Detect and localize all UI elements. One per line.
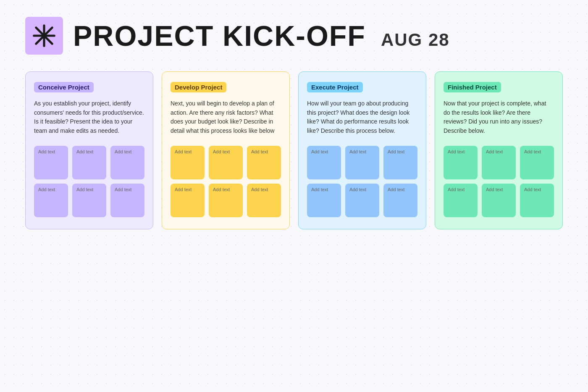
column-title-finished: Finished Project	[444, 82, 501, 92]
notes-grid-execute: Add textAdd textAdd textAdd textAdd text…	[307, 146, 417, 217]
note-text-conceive-1: Add text	[76, 149, 93, 154]
column-finished: Finished ProjectNow that your project is…	[435, 71, 563, 229]
note-text-conceive-4: Add text	[76, 187, 93, 192]
note-finished-0[interactable]: Add text	[444, 146, 478, 179]
note-text-execute-0: Add text	[311, 149, 328, 154]
note-execute-0[interactable]: Add text	[307, 146, 341, 179]
note-text-conceive-2: Add text	[115, 149, 131, 154]
note-text-develop-2: Add text	[251, 149, 268, 154]
column-description-conceive: As you establish your project, identify …	[34, 99, 144, 136]
column-conceive: Conceive ProjectAs you establish your pr…	[25, 71, 153, 229]
column-title-conceive: Conceive Project	[34, 82, 94, 92]
note-text-execute-4: Add text	[349, 187, 366, 192]
column-description-finished: Now that your project is complete, what …	[444, 99, 554, 136]
note-conceive-3[interactable]: Add text	[34, 184, 68, 217]
note-develop-0[interactable]: Add text	[171, 146, 205, 179]
note-text-execute-3: Add text	[311, 187, 328, 192]
note-develop-4[interactable]: Add text	[209, 184, 243, 217]
columns-container: Conceive ProjectAs you establish your pr…	[25, 71, 563, 229]
note-develop-5[interactable]: Add text	[247, 184, 281, 217]
note-text-develop-4: Add text	[213, 187, 230, 192]
asterisk-icon	[32, 24, 56, 47]
star-icon-box	[25, 17, 63, 55]
header-date: AUG 28	[381, 30, 450, 50]
note-conceive-4[interactable]: Add text	[72, 184, 106, 217]
header: PROJECT KICK-OFF AUG 28	[25, 17, 563, 55]
note-text-develop-5: Add text	[251, 187, 268, 192]
note-conceive-5[interactable]: Add text	[110, 184, 144, 217]
note-conceive-0[interactable]: Add text	[34, 146, 68, 179]
note-text-develop-0: Add text	[175, 149, 192, 154]
note-text-conceive-3: Add text	[38, 187, 55, 192]
note-execute-5[interactable]: Add text	[383, 184, 417, 217]
note-execute-4[interactable]: Add text	[345, 184, 379, 217]
column-description-execute: How will your team go about producing th…	[307, 99, 417, 136]
column-description-develop: Next, you will begin to develop a plan o…	[171, 99, 281, 136]
note-finished-1[interactable]: Add text	[482, 146, 516, 179]
note-text-finished-4: Add text	[486, 187, 503, 192]
note-develop-1[interactable]: Add text	[209, 146, 243, 179]
note-finished-5[interactable]: Add text	[520, 184, 554, 217]
note-conceive-2[interactable]: Add text	[110, 146, 144, 179]
note-develop-3[interactable]: Add text	[171, 184, 205, 217]
note-finished-4[interactable]: Add text	[482, 184, 516, 217]
column-title-execute: Execute Project	[307, 82, 363, 92]
note-text-execute-2: Add text	[388, 149, 404, 154]
note-text-finished-5: Add text	[524, 187, 541, 192]
column-title-develop: Develop Project	[171, 82, 226, 92]
note-text-develop-1: Add text	[213, 149, 230, 154]
note-text-execute-5: Add text	[388, 187, 404, 192]
note-finished-3[interactable]: Add text	[444, 184, 478, 217]
note-text-finished-0: Add text	[448, 149, 465, 154]
note-text-execute-1: Add text	[349, 149, 366, 154]
column-execute: Execute ProjectHow will your team go abo…	[298, 71, 426, 229]
note-finished-2[interactable]: Add text	[520, 146, 554, 179]
note-execute-3[interactable]: Add text	[307, 184, 341, 217]
note-develop-2[interactable]: Add text	[247, 146, 281, 179]
page-wrapper: PROJECT KICK-OFF AUG 28 Conceive Project…	[0, 0, 588, 246]
note-text-finished-1: Add text	[486, 149, 503, 154]
column-develop: Develop ProjectNext, you will begin to d…	[162, 71, 290, 229]
notes-grid-conceive: Add textAdd textAdd textAdd textAdd text…	[34, 146, 144, 217]
note-execute-1[interactable]: Add text	[345, 146, 379, 179]
page-title: PROJECT KICK-OFF	[73, 21, 366, 50]
note-text-conceive-0: Add text	[38, 149, 55, 154]
note-conceive-1[interactable]: Add text	[72, 146, 106, 179]
note-execute-2[interactable]: Add text	[383, 146, 417, 179]
notes-grid-develop: Add textAdd textAdd textAdd textAdd text…	[171, 146, 281, 217]
notes-grid-finished: Add textAdd textAdd textAdd textAdd text…	[444, 146, 554, 217]
note-text-conceive-5: Add text	[115, 187, 131, 192]
note-text-finished-3: Add text	[448, 187, 465, 192]
note-text-finished-2: Add text	[524, 149, 541, 154]
note-text-develop-3: Add text	[175, 187, 192, 192]
